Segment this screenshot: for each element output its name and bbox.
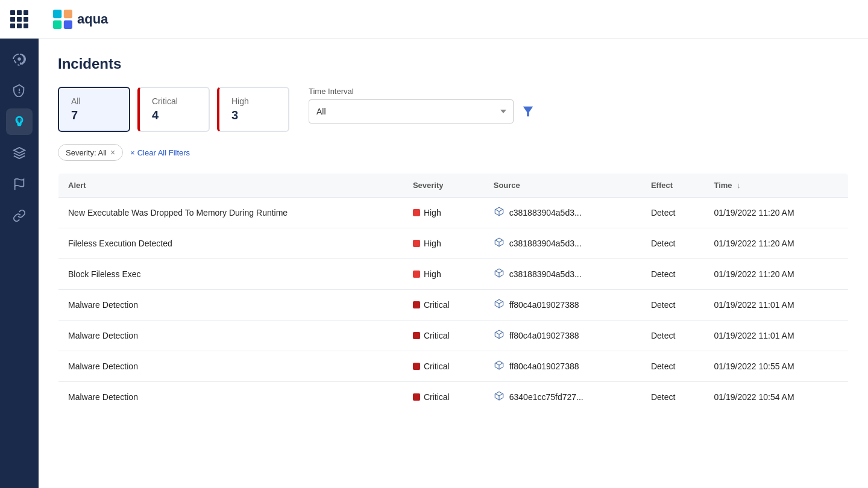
severity-badge-text: Severity: All (66, 148, 107, 157)
cell-time-0: 01/19/2022 11:20 AM (704, 198, 848, 228)
cell-severity-6: Critical (403, 382, 484, 413)
cell-alert-3: Malware Detection (58, 290, 403, 321)
filter-card-critical[interactable]: Critical 4 (137, 87, 210, 132)
source-text-0: c381883904a5d3... (509, 208, 582, 217)
dashboard-icon (13, 52, 26, 66)
col-time[interactable]: Time ↓ (704, 174, 848, 198)
funnel-icon (521, 105, 535, 118)
severity-text-5: Critical (424, 361, 450, 371)
sidebar-item-runtime[interactable] (6, 108, 33, 135)
cell-source-3: ff80c4a019027388 (484, 290, 641, 321)
layers-icon (13, 146, 26, 160)
svg-rect-7 (53, 10, 61, 18)
time-interval-select[interactable]: All Last 1 hour Last 24 hours Last 7 day… (309, 99, 514, 124)
severity-dot-4 (413, 332, 420, 339)
cell-time-5: 01/19/2022 10:55 AM (704, 351, 848, 382)
severity-text-2: High (424, 269, 441, 279)
svg-point-4 (20, 119, 21, 120)
cube-icon-1 (494, 237, 505, 250)
col-alert: Alert (58, 174, 403, 198)
cube-icon-4 (494, 329, 505, 342)
cell-time-2: 01/19/2022 11:20 AM (704, 259, 848, 290)
sidebar-nav (6, 39, 33, 488)
main-area: aqua Incidents All 7 Critical 4 High 3 (39, 0, 868, 488)
severity-dot-6 (413, 393, 420, 401)
topbar: aqua (39, 0, 868, 39)
col-source: Source (484, 174, 641, 198)
cell-severity-1: High (403, 228, 484, 259)
table-row[interactable]: Malware DetectionCritical6340e1cc75fd727… (58, 382, 849, 413)
source-text-6: 6340e1cc75fd727... (509, 392, 583, 402)
severity-text-1: High (424, 239, 441, 248)
topbar-logo: aqua (53, 10, 108, 29)
table-row[interactable]: New Executable Was Dropped To Memory Dur… (58, 198, 849, 228)
sidebar-item-connections[interactable] (6, 202, 33, 229)
table-row[interactable]: Block Fileless ExecHighc381883904a5d3...… (58, 259, 849, 290)
time-interval-row: All Last 1 hour Last 24 hours Last 7 day… (309, 99, 538, 124)
clear-filters-button[interactable]: × Clear All Filters (130, 148, 190, 157)
connections-icon (13, 209, 26, 222)
cell-time-6: 01/19/2022 10:54 AM (704, 382, 848, 413)
filter-card-all[interactable]: All 7 (58, 87, 130, 132)
cell-alert-4: Malware Detection (58, 321, 403, 351)
cell-time-4: 01/19/2022 11:01 AM (704, 321, 848, 351)
cell-severity-2: High (403, 259, 484, 290)
page-title: Incidents (58, 55, 849, 72)
cell-effect-6: Detect (641, 382, 705, 413)
severity-dot-0 (413, 209, 420, 216)
cell-effect-2: Detect (641, 259, 705, 290)
svg-point-3 (17, 119, 19, 120)
table-row[interactable]: Malware DetectionCriticalff80c4a01902738… (58, 351, 849, 382)
sidebar-item-reports[interactable] (6, 171, 33, 198)
cell-source-0: c381883904a5d3... (484, 198, 641, 228)
active-filters-row: Severity: All × × Clear All Filters (58, 144, 849, 161)
col-effect: Effect (641, 174, 705, 198)
severity-badge-close[interactable]: × (110, 148, 115, 157)
clear-filters-label: Clear All Filters (137, 148, 190, 157)
severity-dot-5 (413, 363, 420, 370)
svg-marker-11 (523, 107, 533, 117)
svg-marker-5 (14, 148, 25, 153)
filter-card-critical-label: Critical (152, 96, 197, 106)
table-row[interactable]: Fileless Execution DetectedHighc38188390… (58, 228, 849, 259)
funnel-filter-button[interactable] (518, 102, 538, 121)
grid-icon (10, 10, 28, 28)
col-severity: Severity (403, 174, 484, 198)
sidebar (0, 0, 39, 488)
sidebar-item-layers[interactable] (6, 140, 33, 166)
source-text-5: ff80c4a019027388 (509, 361, 579, 371)
cell-alert-5: Malware Detection (58, 351, 403, 382)
incidents-table: Alert Severity Source Effect Time ↓ New … (58, 173, 849, 413)
sidebar-logo-area (0, 0, 39, 39)
app-name: aqua (77, 11, 108, 27)
svg-point-0 (17, 57, 21, 61)
sidebar-item-dashboard[interactable] (6, 46, 33, 72)
aqua-logo-icon (53, 10, 72, 29)
table-body: New Executable Was Dropped To Memory Dur… (58, 198, 849, 413)
content-area: Incidents All 7 Critical 4 High 3 Time I… (39, 39, 868, 488)
cube-icon-6 (494, 390, 505, 404)
severity-dot-2 (413, 271, 420, 278)
table-row[interactable]: Malware DetectionCriticalff80c4a01902738… (58, 321, 849, 351)
cell-severity-0: High (403, 198, 484, 228)
cell-source-5: ff80c4a019027388 (484, 351, 641, 382)
cell-effect-5: Detect (641, 351, 705, 382)
cell-effect-1: Detect (641, 228, 705, 259)
severity-dot-1 (413, 240, 420, 247)
severity-filter-badge[interactable]: Severity: All × (58, 144, 123, 161)
reports-icon (13, 178, 26, 191)
filter-card-high[interactable]: High 3 (217, 87, 289, 132)
cube-icon-3 (494, 298, 505, 311)
severity-text-0: High (424, 208, 441, 217)
table-row[interactable]: Malware DetectionCriticalff80c4a01902738… (58, 290, 849, 321)
time-select-wrapper: All Last 1 hour Last 24 hours Last 7 day… (309, 99, 514, 124)
severity-text-3: Critical (424, 300, 450, 310)
cell-alert-0: New Executable Was Dropped To Memory Dur… (58, 198, 403, 228)
filter-card-all-label: All (71, 96, 117, 106)
filter-card-critical-count: 4 (152, 108, 197, 122)
sort-arrow-icon: ↓ (737, 181, 741, 190)
cell-effect-3: Detect (641, 290, 705, 321)
sidebar-item-vulnerability[interactable] (6, 77, 33, 104)
time-interval-section: Time Interval All Last 1 hour Last 24 ho… (309, 87, 538, 124)
cell-severity-4: Critical (403, 321, 484, 351)
